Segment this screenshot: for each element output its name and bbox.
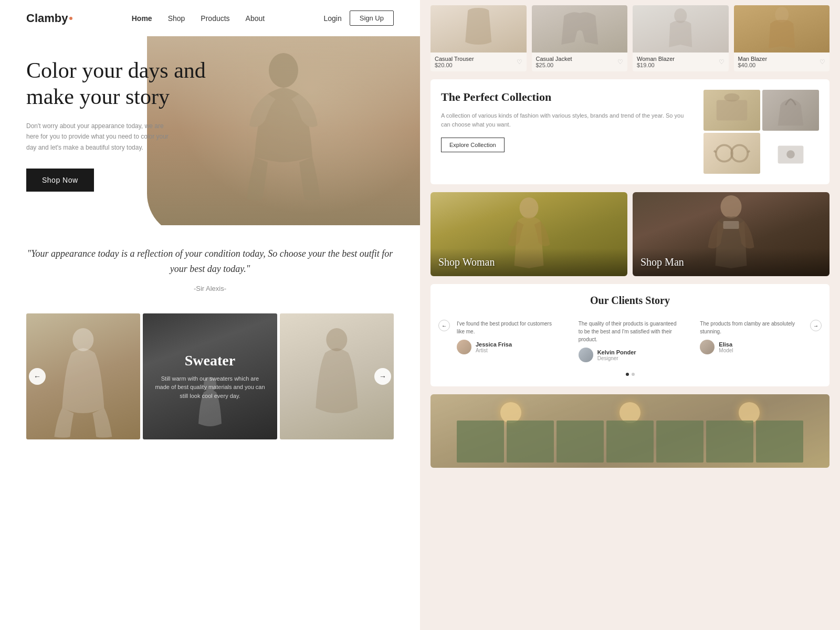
shop-man-label: Shop Man	[640, 256, 684, 268]
signup-button[interactable]: Sign Up	[350, 10, 394, 26]
testimonials-row: I've found the best product for customer…	[441, 314, 819, 368]
rack-6	[706, 421, 753, 463]
hero-section: Color your days and make your story Don'…	[0, 36, 420, 225]
product-image-2	[532, 5, 628, 52]
svg-rect-6	[717, 100, 748, 121]
carousel-next-button[interactable]: →	[374, 368, 391, 385]
author-name-2: Kelvin Ponder	[597, 349, 636, 355]
dot-1[interactable]	[626, 373, 629, 376]
wishlist-icon-4[interactable]: ♡	[820, 58, 825, 66]
svg-line-12	[748, 151, 750, 152]
product-card-1[interactable]: Casual Trouser $20.00 ♡	[430, 5, 527, 71]
testimonial-text-1: I've found the best product for customer…	[457, 320, 560, 335]
navbar: Clamby Home Shop Products About Login Si…	[0, 0, 420, 36]
collection-grid	[704, 90, 819, 174]
nav-shop[interactable]: Shop	[168, 14, 185, 23]
rack-1	[457, 421, 504, 463]
nav-products[interactable]: Products	[201, 14, 229, 23]
store-racks	[457, 421, 803, 463]
rack-5	[656, 421, 704, 463]
hero-subtitle: Don't worry about your appearance today,…	[26, 121, 173, 153]
left-panel: Clamby Home Shop Products About Login Si…	[0, 0, 420, 630]
carousel-container: Sweater Still warm with our sweaters whi…	[26, 313, 394, 439]
nav-links: Home Shop Products About	[132, 14, 265, 23]
testimonial-1: I've found the best product for customer…	[452, 314, 565, 360]
wishlist-icon-1[interactable]: ♡	[517, 58, 522, 66]
collection-bag-icon	[762, 90, 819, 131]
product-price-1: $20.00	[435, 62, 474, 68]
svg-point-14	[786, 150, 795, 159]
testimonials-section: Our Clients Story ← I've found the best …	[430, 284, 830, 386]
blazer-man-icon	[734, 5, 830, 52]
svg-point-7	[724, 93, 739, 102]
logo: Clamby	[26, 12, 72, 25]
svg-point-1	[72, 328, 93, 351]
testimonial-2: The quality of their products is guarant…	[573, 314, 687, 368]
right-content: Casual Trouser $20.00 ♡ Casual	[420, 0, 840, 630]
shop-man-card[interactable]: Shop Man	[633, 192, 830, 276]
store-light-3	[739, 402, 760, 423]
carousel-item-2: Sweater Still warm with our sweaters whi…	[143, 313, 278, 439]
product-price-2: $25.00	[536, 62, 572, 68]
product-info-1: Casual Trouser $20.00 ♡	[430, 52, 527, 71]
author-name-1: Jessica Frisa	[476, 341, 512, 348]
dot-2[interactable]	[632, 373, 635, 376]
store-light-1	[500, 402, 521, 423]
store-light-2	[620, 402, 640, 423]
svg-point-15	[520, 197, 539, 218]
carousel-figure-2-icon	[189, 376, 231, 439]
shop-now-button[interactable]: Shop Now	[26, 169, 94, 192]
store-lights	[430, 402, 830, 423]
rack-2	[507, 421, 554, 463]
login-link[interactable]: Login	[323, 14, 341, 23]
author-name-3: Elisa	[719, 341, 733, 348]
product-name-1: Casual Trouser	[435, 56, 474, 62]
collection-desc: A collection of various kinds of fashion…	[441, 111, 690, 130]
collection-img-1	[704, 90, 760, 131]
shop-woman-label: Shop Woman	[438, 256, 495, 268]
svg-point-16	[721, 195, 742, 218]
shop-man-overlay: Shop Man	[633, 248, 830, 276]
carousel-prev-button[interactable]: ←	[29, 368, 46, 385]
explore-collection-button[interactable]: Explore Collection	[441, 138, 505, 152]
product-name-2: Casual Jacket	[536, 56, 572, 62]
testimonial-next-button[interactable]: →	[810, 320, 822, 331]
product-price-4: $40.00	[738, 62, 768, 68]
wishlist-icon-2[interactable]: ♡	[617, 58, 623, 66]
product-price-3: $19.00	[637, 62, 675, 68]
quote-text: "Your appearance today is a reflection o…	[26, 246, 394, 277]
collection-section: The Perfect Collection A collection of v…	[430, 79, 830, 184]
product-name-3: Woman Blazer	[637, 56, 675, 62]
testimonial-text-3: The products from clamby are absolutely …	[700, 320, 803, 335]
quote-author: -Sir Alexis-	[26, 285, 394, 292]
nav-actions: Login Sign Up	[323, 10, 394, 26]
product-name-4: Man Blazer	[738, 56, 768, 62]
product-image-4	[734, 5, 830, 52]
svg-point-9	[731, 145, 748, 161]
svg-line-11	[714, 151, 716, 152]
product-info-4: Man Blazer $40.00 ♡	[734, 52, 830, 71]
nav-home[interactable]: Home	[132, 14, 152, 23]
carousel-item-title: Sweater	[185, 352, 235, 369]
product-card-2[interactable]: Casual Jacket $25.00 ♡	[532, 5, 628, 71]
author-role-2: Designer	[597, 355, 636, 361]
testimonial-text-2: The quality of their products is guarant…	[579, 320, 682, 343]
nav-about[interactable]: About	[246, 14, 265, 23]
product-info-3: Woman Blazer $19.00 ♡	[633, 52, 729, 71]
product-info-2: Casual Jacket $25.00 ♡	[532, 52, 628, 71]
svg-rect-17	[723, 221, 739, 229]
product-image-1	[430, 5, 527, 52]
pagination-dots	[441, 373, 819, 376]
collection-glasses-icon	[704, 133, 760, 174]
shop-woman-overlay: Shop Woman	[430, 248, 627, 276]
shop-gender-row: Shop Woman Shop Man	[430, 192, 830, 276]
trouser-icon	[430, 5, 527, 52]
product-card-3[interactable]: Woman Blazer $19.00 ♡	[633, 5, 729, 71]
collection-images	[704, 90, 819, 174]
shop-woman-card[interactable]: Shop Woman	[430, 192, 627, 276]
wishlist-icon-3[interactable]: ♡	[719, 58, 724, 66]
quote-section: "Your appearance today is a reflection o…	[0, 225, 420, 313]
product-card-4[interactable]: Man Blazer $40.00 ♡	[734, 5, 830, 71]
testimonial-author-1: Jessica Frisa Artist	[457, 340, 560, 354]
svg-point-3	[327, 328, 348, 351]
